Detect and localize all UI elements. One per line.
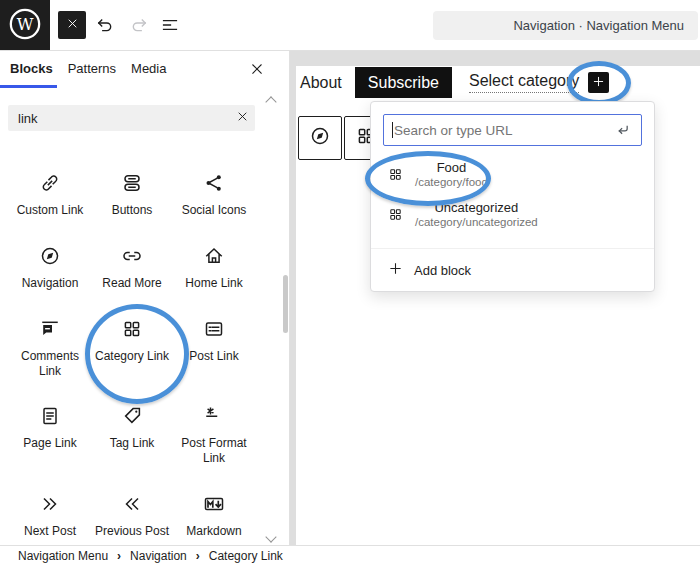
block-item-label: Navigation bbox=[22, 276, 79, 291]
block-item-next-post[interactable]: Next Post bbox=[9, 491, 91, 539]
close-icon bbox=[248, 60, 266, 81]
document-badge: Navigation · Navigation Menu bbox=[433, 11, 698, 40]
inserter-tabs: BlocksPatternsMedia bbox=[0, 50, 166, 88]
link-popover: Search or type URL Food /category/food U… bbox=[370, 101, 655, 292]
block-toolbar-navigation-button[interactable] bbox=[298, 116, 342, 160]
nav-add-block-button[interactable] bbox=[588, 72, 609, 93]
block-item-label: Read More bbox=[102, 276, 161, 291]
tag-link-icon bbox=[120, 403, 144, 429]
comments-link-icon bbox=[38, 316, 62, 342]
svg-text:W: W bbox=[17, 15, 34, 34]
block-item-label: Post Format Link bbox=[174, 436, 254, 466]
text-cursor bbox=[392, 122, 393, 138]
block-item-label: Comments Link bbox=[10, 349, 90, 379]
navigation-icon bbox=[38, 243, 62, 269]
block-search-box bbox=[8, 105, 255, 131]
read-more-icon bbox=[120, 243, 144, 269]
nav-item-about[interactable]: About bbox=[300, 74, 342, 92]
scroll-down-indicator bbox=[265, 531, 276, 542]
navigation-block: AboutSubscribeSelect category bbox=[300, 66, 609, 99]
scroll-up-indicator bbox=[265, 96, 276, 107]
tab-patterns[interactable]: Patterns bbox=[68, 50, 116, 88]
add-block-button[interactable]: Add block bbox=[371, 249, 487, 291]
link-result-food[interactable]: Food /category/food bbox=[371, 154, 504, 194]
tab-media[interactable]: Media bbox=[131, 50, 166, 88]
tab-blocks[interactable]: Blocks bbox=[10, 50, 53, 88]
block-item-navigation[interactable]: Navigation bbox=[9, 243, 91, 291]
block-item-social-icons[interactable]: Social Icons bbox=[173, 170, 255, 218]
breadcrumb-separator: › bbox=[196, 549, 200, 563]
editor-header: W Navigation · Navigation Menu bbox=[0, 0, 700, 51]
block-inserter-panel: BlocksPatternsMedia Custom Link Buttons … bbox=[0, 50, 290, 545]
breadcrumb-item-category-link[interactable]: Category Link bbox=[209, 549, 283, 563]
redo-button[interactable] bbox=[127, 14, 151, 38]
block-item-label: Page Link bbox=[23, 436, 76, 451]
category-link-icon bbox=[387, 206, 404, 223]
wordpress-logo-icon: W bbox=[8, 7, 42, 44]
url-search-input[interactable]: Search or type URL bbox=[383, 114, 642, 146]
block-item-category-link[interactable]: Category Link bbox=[91, 316, 173, 379]
block-search-input[interactable] bbox=[8, 110, 229, 127]
block-item-label: Markdown bbox=[186, 524, 241, 539]
inserter-toggle-button[interactable] bbox=[58, 11, 86, 39]
blocks-grid-row: Comments Link Category Link Post Link bbox=[9, 316, 255, 379]
undo-icon bbox=[94, 14, 116, 39]
blocks-grid-row: Page Link Tag Link Post Format Link bbox=[9, 403, 255, 466]
block-item-markdown[interactable]: Markdown bbox=[173, 491, 255, 539]
block-item-buttons[interactable]: Buttons bbox=[91, 170, 173, 218]
plus-icon bbox=[387, 260, 404, 280]
close-icon bbox=[235, 109, 250, 127]
social-icons-icon bbox=[202, 170, 226, 196]
breadcrumb-separator: › bbox=[117, 549, 121, 563]
add-block-label: Add block bbox=[414, 263, 471, 278]
block-item-post-link[interactable]: Post Link bbox=[173, 316, 255, 379]
nav-add-block-wrapper bbox=[588, 72, 609, 93]
plus-icon bbox=[591, 74, 606, 92]
block-item-label: Custom Link bbox=[17, 203, 84, 218]
keyboard-return-icon bbox=[613, 120, 633, 140]
block-item-tag-link[interactable]: Tag Link bbox=[91, 403, 173, 466]
block-item-post-format-link[interactable]: Post Format Link bbox=[173, 403, 255, 466]
block-item-previous-post[interactable]: Previous Post bbox=[91, 491, 173, 539]
page-link-icon bbox=[38, 403, 62, 429]
nav-item-subscribe[interactable]: Subscribe bbox=[355, 67, 452, 98]
block-item-label: Buttons bbox=[112, 203, 153, 218]
scrollbar-thumb[interactable] bbox=[283, 275, 288, 333]
link-result-url: /category/food bbox=[415, 175, 488, 189]
link-result-text: Uncategorized /category/uncategorized bbox=[415, 200, 538, 229]
clear-search-button[interactable] bbox=[229, 105, 255, 131]
link-result-uncategorized[interactable]: Uncategorized /category/uncategorized bbox=[371, 194, 554, 234]
block-item-home-link[interactable]: Home Link bbox=[173, 243, 255, 291]
block-item-label: Home Link bbox=[185, 276, 242, 291]
link-result-title: Food bbox=[415, 160, 488, 175]
link-result-text: Food /category/food bbox=[415, 160, 488, 189]
close-inserter-button[interactable] bbox=[247, 60, 267, 80]
block-item-comments-link[interactable]: Comments Link bbox=[9, 316, 91, 379]
wordpress-logo-button[interactable]: W bbox=[0, 0, 50, 50]
markdown-icon bbox=[202, 491, 226, 517]
blocks-grid-row: Navigation Read More Home Link bbox=[9, 243, 255, 291]
url-search-placeholder: Search or type URL bbox=[394, 123, 613, 138]
blocks-grid-row: Next Post Previous Post Markdown bbox=[9, 491, 255, 539]
link-result-title: Uncategorized bbox=[415, 200, 538, 215]
block-item-label: Tag Link bbox=[110, 436, 155, 451]
navigation-icon bbox=[308, 124, 332, 152]
wordpress-editor: W Navigation · Navigation Menu BlocksPat… bbox=[0, 0, 700, 566]
breadcrumb-item-navigation[interactable]: Navigation bbox=[130, 549, 187, 563]
block-item-read-more[interactable]: Read More bbox=[91, 243, 173, 291]
undo-button[interactable] bbox=[93, 14, 117, 38]
block-item-label: Category Link bbox=[95, 349, 169, 364]
block-item-page-link[interactable]: Page Link bbox=[9, 403, 91, 466]
breadcrumb-item-navigation-menu[interactable]: Navigation Menu bbox=[18, 549, 108, 563]
category-link-icon bbox=[120, 316, 144, 342]
list-view-button[interactable] bbox=[158, 14, 182, 38]
buttons-icon bbox=[120, 170, 144, 196]
post-link-icon bbox=[202, 316, 226, 342]
redo-icon bbox=[128, 14, 150, 39]
next-post-icon bbox=[38, 491, 62, 517]
previous-post-icon bbox=[120, 491, 144, 517]
block-item-label: Post Link bbox=[189, 349, 238, 364]
block-item-custom-link[interactable]: Custom Link bbox=[9, 170, 91, 218]
editor-canvas: AboutSubscribeSelect category Search or … bbox=[290, 50, 700, 545]
nav-item-select-category[interactable]: Select category bbox=[469, 72, 579, 93]
